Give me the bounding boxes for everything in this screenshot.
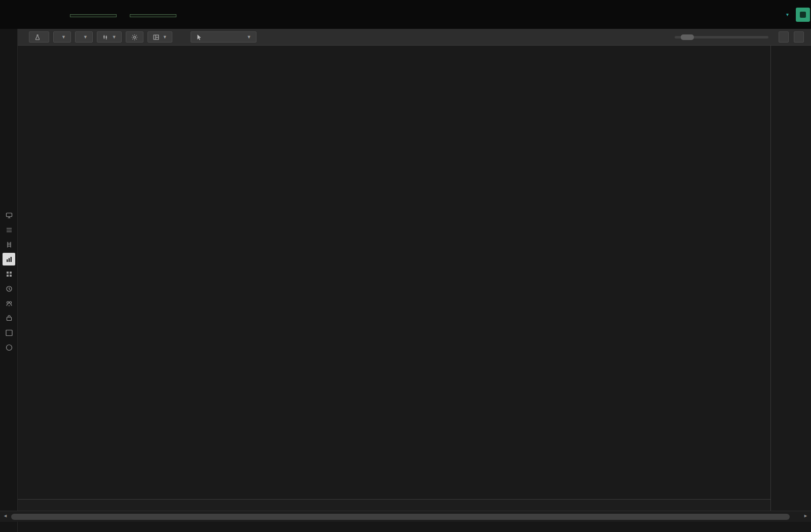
bid-button[interactable] [70, 14, 117, 17]
scroll-left-icon[interactable]: ◄ [3, 513, 8, 518]
trading-platform: ▾ [0, 0, 811, 532]
panel-toggle-icon [800, 12, 806, 18]
save-button[interactable] [779, 31, 789, 43]
layout-dropdown[interactable]: ▼ [148, 31, 172, 43]
header: ▾ [0, 0, 811, 29]
chart-type-dropdown[interactable]: ▼ [97, 31, 122, 43]
help-icon[interactable] [3, 341, 15, 354]
social-icon[interactable] [3, 297, 15, 310]
scroll-right-icon[interactable]: ► [803, 513, 808, 518]
panel-toggle-button[interactable] [796, 8, 810, 22]
monitor-icon[interactable] [3, 209, 15, 221]
time-axis [18, 499, 770, 511]
chevron-down-icon: ▼ [163, 34, 167, 40]
range-dropdown[interactable]: ▼ [75, 31, 93, 43]
load-button[interactable] [794, 31, 804, 43]
chart-icon[interactable] [3, 253, 15, 265]
accounts-dropdown[interactable]: ▾ [783, 12, 789, 17]
history-icon[interactable] [3, 282, 15, 295]
grid-icon[interactable] [3, 268, 15, 280]
chevron-down-icon: ▼ [112, 34, 117, 40]
price-axis [770, 46, 811, 511]
bid-block [70, 12, 117, 17]
gear-icon [131, 33, 138, 41]
flask-icon [34, 33, 41, 41]
chart-area [18, 46, 770, 499]
ask-block [130, 12, 176, 17]
left-sidebar [0, 29, 18, 532]
zoom-slider[interactable] [675, 36, 768, 39]
chevron-down-icon: ▾ [786, 12, 789, 17]
chevron-down-icon: ▼ [61, 34, 66, 40]
indicators-button[interactable] [29, 31, 49, 43]
drawing-tool-dropdown[interactable]: ▼ [191, 31, 256, 43]
cursor-icon [196, 33, 203, 41]
timeframe-dropdown[interactable]: ▼ [53, 31, 71, 43]
chevron-down-icon: ▼ [247, 34, 251, 40]
horizontal-scrollbar[interactable]: ◄ ► [0, 511, 811, 522]
chart-canvas[interactable] [18, 46, 770, 499]
layout-grid-icon [153, 33, 160, 41]
ask-button[interactable] [130, 14, 176, 17]
ladder-icon[interactable] [3, 238, 15, 251]
chart-settings-button[interactable] [126, 31, 143, 43]
chart-toolbar: ▼ ▼ ▼ ▼ ▼ [18, 29, 811, 46]
watchlist-icon[interactable] [3, 223, 15, 236]
fx-icon[interactable] [3, 326, 15, 339]
chevron-down-icon: ▼ [83, 34, 88, 40]
zoom-slider-handle[interactable] [681, 34, 694, 40]
scrollbar-thumb[interactable] [11, 514, 790, 520]
candlestick-icon [102, 33, 109, 41]
portfolio-icon[interactable] [3, 312, 15, 324]
